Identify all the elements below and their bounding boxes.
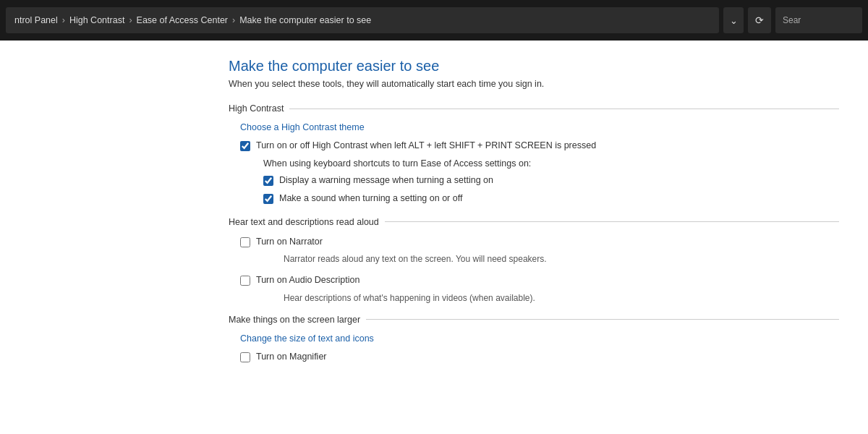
high-contrast-section: High Contrast Choose a High Contrast the… [229, 103, 839, 205]
high-contrast-label: High Contrast [229, 103, 284, 114]
narrator-checkbox[interactable] [240, 237, 250, 247]
magnifier-checkbox[interactable] [240, 352, 250, 362]
hc-toggle-item: Turn on or off High Contrast when left A… [240, 140, 839, 153]
hear-text-label: Hear text and descriptions read aloud [229, 217, 379, 227]
breadcrumb-sep-1: › [62, 15, 65, 25]
magnifier-item: Turn on Magnifier [240, 351, 839, 364]
narrator-bold-word: will [473, 254, 485, 264]
sound-toggle-item: Make a sound when turning a setting on o… [263, 192, 839, 205]
breadcrumb-sep-3: › [232, 15, 235, 25]
keyboard-shortcut-note: When using keyboard shortcuts to turn Ea… [263, 158, 839, 169]
audio-desc-label: Turn on Audio Description [256, 274, 359, 287]
make-larger-divider [366, 319, 839, 320]
high-contrast-theme-link[interactable]: Choose a High Contrast theme [240, 122, 839, 132]
make-larger-header: Make things on the screen larger [229, 315, 839, 325]
audio-desc-checkbox[interactable] [240, 276, 250, 286]
narrator-description: Narrator reads aloud any text on the scr… [284, 254, 839, 264]
top-bar: ntrol Panel › High Contrast › Ease of Ac… [0, 0, 868, 41]
sound-toggle-checkbox[interactable] [263, 194, 273, 204]
breadcrumb-control-panel[interactable]: ntrol Panel [14, 15, 58, 25]
warning-msg-item: Display a warning message when turning a… [263, 174, 839, 187]
change-size-link[interactable]: Change the size of text and icons [240, 333, 839, 344]
hear-text-header: Hear text and descriptions read aloud [229, 217, 839, 227]
breadcrumb-dropdown-button[interactable]: ⌄ [723, 7, 744, 33]
make-larger-label: Make things on the screen larger [229, 315, 360, 325]
narrator-item: Turn on Narrator [240, 236, 839, 249]
warning-msg-checkbox[interactable] [263, 176, 273, 186]
hear-text-divider [385, 221, 839, 222]
breadcrumb-current-page: Make the computer easier to see [239, 15, 371, 25]
audio-desc-item: Turn on Audio Description [240, 274, 839, 287]
hc-toggle-label: Turn on or off High Contrast when left A… [256, 140, 596, 153]
refresh-button[interactable]: ⟳ [748, 7, 771, 33]
high-contrast-header: High Contrast [229, 103, 839, 114]
hc-toggle-checkbox[interactable] [240, 141, 250, 151]
sound-toggle-label: Make a sound when turning a setting on o… [279, 192, 462, 205]
breadcrumb-appearance[interactable]: High Contrast [69, 15, 124, 25]
main-content: Make the computer easier to see When you… [0, 41, 868, 434]
make-larger-section: Make things on the screen larger Change … [229, 315, 839, 364]
audio-desc-description: Hear descriptions of what's happening in… [284, 293, 839, 303]
hear-text-section: Hear text and descriptions read aloud Tu… [229, 217, 839, 303]
warning-msg-label: Display a warning message when turning a… [279, 174, 493, 187]
breadcrumb-ease-of-access[interactable]: Ease of Access Center [137, 15, 228, 25]
breadcrumb-area: ntrol Panel › High Contrast › Ease of Ac… [6, 7, 719, 33]
page-subtitle: When you select these tools, they will a… [229, 79, 839, 89]
narrator-label: Turn on Narrator [256, 236, 323, 249]
page-title: Make the computer easier to see [229, 58, 839, 75]
breadcrumb-sep-2: › [129, 15, 132, 25]
search-input[interactable] [775, 7, 862, 33]
magnifier-label: Turn on Magnifier [256, 351, 327, 364]
high-contrast-divider [289, 109, 839, 109]
